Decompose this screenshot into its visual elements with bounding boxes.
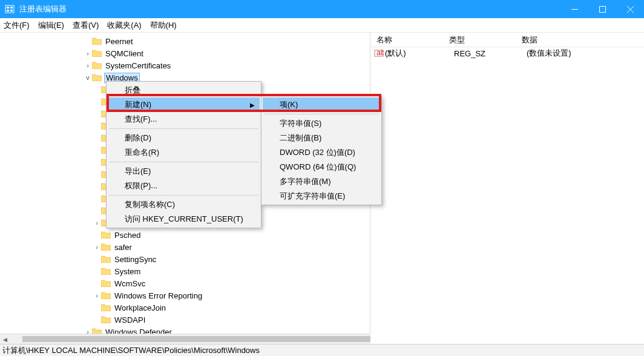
menubar: 文件(F) 编辑(E) 查看(V) 收藏夹(A) 帮助(H) bbox=[0, 18, 644, 33]
ctx-new[interactable]: 新建(N)▶ bbox=[108, 97, 260, 112]
cell-data: (数值未设置) bbox=[527, 48, 644, 59]
expand-icon[interactable]: › bbox=[93, 292, 101, 299]
menu-file[interactable]: 文件(F) bbox=[4, 20, 30, 31]
ctx-sep bbox=[109, 128, 258, 129]
tree-item-label: WorkplaceJoin bbox=[113, 303, 167, 312]
close-button[interactable] bbox=[616, 0, 644, 18]
tree-item[interactable]: ›SystemCertificates bbox=[5, 59, 370, 71]
tree-item-label: System bbox=[113, 267, 142, 276]
folder-icon bbox=[101, 243, 111, 251]
ctx-delete[interactable]: 删除(D) bbox=[108, 131, 260, 145]
ctx-new-binary[interactable]: 二进制值(B) bbox=[263, 131, 380, 145]
window-title: 注册表编辑器 bbox=[19, 4, 560, 15]
tree-item-label: WSDAPI bbox=[113, 315, 146, 325]
statusbar-path: 计算机\HKEY LOCAL MACHINE\SOFTWARE\Policies… bbox=[2, 345, 260, 356]
ctx-export[interactable]: 导出(E) bbox=[108, 164, 260, 179]
ctx-new-label: 新建(N) bbox=[125, 99, 151, 110]
ctx-permissions[interactable]: 权限(P)... bbox=[108, 179, 260, 193]
tree-item[interactable]: ›safer bbox=[5, 241, 370, 253]
ctx-goto-hkcu[interactable]: 访问 HKEY_CURRENT_USER(T) bbox=[108, 212, 260, 226]
expand-icon[interactable]: › bbox=[93, 243, 101, 251]
folder-icon bbox=[101, 279, 111, 288]
tree-item-label: Windows Error Reporting bbox=[113, 291, 203, 300]
folder-icon bbox=[101, 231, 111, 239]
folder-icon bbox=[92, 73, 102, 82]
folder-icon bbox=[101, 303, 111, 312]
string-value-icon: ab bbox=[374, 48, 385, 58]
tree-item[interactable]: SettingSync bbox=[5, 253, 370, 265]
svg-rect-4 bbox=[10, 10, 13, 12]
tree-item[interactable]: WcmSvc bbox=[5, 277, 370, 289]
tree-item[interactable]: System bbox=[5, 265, 370, 277]
ctx-find[interactable]: 查找(F)... bbox=[108, 112, 260, 127]
expand-icon[interactable]: › bbox=[93, 219, 101, 226]
ctx-new-qword[interactable]: QWORD (64 位)值(Q) bbox=[263, 160, 380, 174]
tree-item[interactable]: Peernet bbox=[5, 35, 370, 47]
list-pane[interactable]: 名称 类型 数据 ab (默认) REG_SZ (数值未设置) bbox=[370, 33, 644, 344]
folder-icon bbox=[101, 267, 111, 275]
tree-item[interactable]: WorkplaceJoin bbox=[5, 302, 370, 314]
svg-rect-0 bbox=[5, 5, 14, 13]
menu-help[interactable]: 帮助(H) bbox=[150, 20, 177, 31]
menu-fav[interactable]: 收藏夹(A) bbox=[107, 20, 141, 31]
submenu-arrow-icon: ▶ bbox=[250, 102, 255, 108]
folder-icon bbox=[92, 49, 102, 58]
folder-icon bbox=[101, 291, 111, 300]
cell-name: (默认) bbox=[385, 48, 454, 59]
folder-icon bbox=[101, 255, 111, 263]
svg-text:ab: ab bbox=[376, 48, 384, 57]
list-row[interactable]: ab (默认) REG_SZ (数值未设置) bbox=[370, 47, 644, 59]
ctx-rename[interactable]: 重命名(R) bbox=[108, 145, 260, 160]
svg-rect-1 bbox=[7, 7, 9, 8]
tree-item-label: SettingSync bbox=[113, 255, 157, 264]
minimize-button[interactable] bbox=[560, 0, 588, 18]
ctx-new-dword[interactable]: DWORD (32 位)值(D) bbox=[263, 145, 380, 160]
ctx-sep bbox=[264, 114, 379, 114]
folder-icon bbox=[101, 315, 111, 324]
context-submenu-new: 项(K) 字符串值(S) 二进制值(B) DWORD (32 位)值(D) QW… bbox=[261, 96, 382, 205]
tree-hscrollbar[interactable]: ◀ ▶ bbox=[0, 334, 370, 344]
tree-item-label: safer bbox=[113, 243, 133, 252]
svg-rect-2 bbox=[7, 10, 9, 12]
titlebar: 注册表编辑器 bbox=[0, 0, 644, 18]
ctx-new-expandstring[interactable]: 可扩充字符串值(E) bbox=[263, 189, 380, 203]
col-name[interactable]: 名称 bbox=[370, 35, 443, 45]
scroll-left-icon[interactable]: ◀ bbox=[0, 334, 10, 344]
ctx-sep bbox=[109, 195, 258, 196]
context-menu-tree: 折叠 新建(N)▶ 查找(F)... 删除(D) 重命名(R) 导出(E) 权限… bbox=[106, 81, 261, 228]
tree-item-label: SQMClient bbox=[104, 49, 145, 58]
tree-item-label: Peernet bbox=[104, 37, 134, 46]
list-header[interactable]: 名称 类型 数据 bbox=[370, 33, 644, 47]
tree-item[interactable]: ›Windows Error Reporting bbox=[5, 289, 370, 302]
ctx-sep bbox=[109, 162, 258, 162]
statusbar: 计算机\HKEY LOCAL MACHINE\SOFTWARE\Policies… bbox=[0, 344, 644, 356]
tree-item[interactable]: ›SQMClient bbox=[5, 47, 370, 59]
ctx-new-string[interactable]: 字符串值(S) bbox=[263, 116, 380, 131]
ctx-copy-keyname[interactable]: 复制项名称(C) bbox=[108, 197, 260, 212]
ctx-new-multistring[interactable]: 多字符串值(M) bbox=[263, 174, 380, 189]
tree-item-label: SystemCertificates bbox=[104, 61, 172, 70]
menu-edit[interactable]: 编辑(E) bbox=[38, 20, 64, 31]
tree-item[interactable]: Psched bbox=[5, 229, 370, 241]
tree-item-label: Psched bbox=[113, 231, 142, 240]
svg-rect-6 bbox=[599, 6, 605, 12]
tree-item-label: WcmSvc bbox=[113, 279, 146, 288]
cell-type: REG_SZ bbox=[454, 49, 527, 58]
ctx-new-key[interactable]: 项(K) bbox=[263, 97, 380, 112]
svg-rect-3 bbox=[10, 7, 13, 8]
maximize-button[interactable] bbox=[588, 0, 616, 18]
expand-icon[interactable]: › bbox=[84, 62, 92, 69]
folder-icon bbox=[92, 37, 102, 45]
expand-icon[interactable]: › bbox=[84, 50, 92, 57]
tree-item[interactable]: WSDAPI bbox=[5, 314, 370, 326]
col-type[interactable]: 类型 bbox=[443, 35, 516, 45]
folder-icon bbox=[92, 61, 102, 70]
ctx-collapse[interactable]: 折叠 bbox=[108, 83, 260, 97]
expand-icon[interactable]: v bbox=[84, 74, 92, 81]
menu-view[interactable]: 查看(V) bbox=[73, 20, 99, 31]
col-data[interactable]: 数据 bbox=[516, 35, 644, 45]
regedit-icon bbox=[2, 4, 17, 14]
